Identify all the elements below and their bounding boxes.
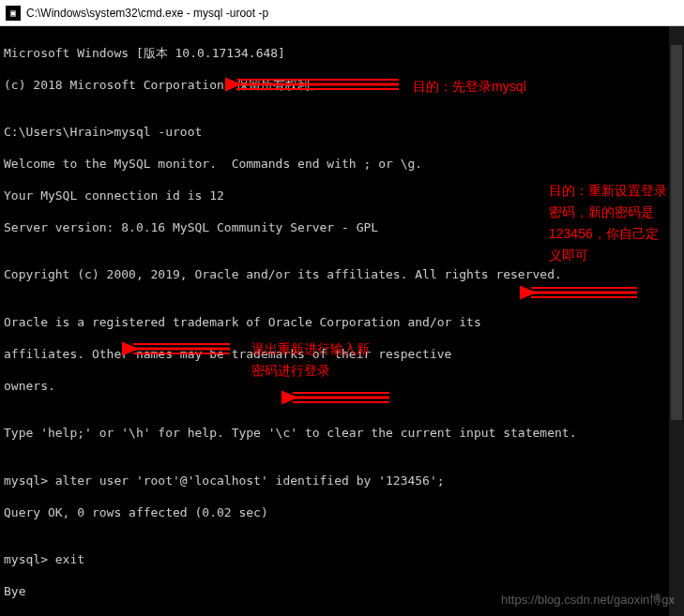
- output-line: Welcome to the MySQL monitor. Commands e…: [4, 157, 680, 173]
- output-line: affiliates. Other names may be trademark…: [4, 347, 680, 363]
- cmd-icon: ▣: [6, 6, 21, 21]
- terminal-output[interactable]: Microsoft Windows [版本 10.0.17134.648] (c…: [0, 26, 684, 616]
- window-title: C:\Windows\system32\cmd.exe - mysql -uro…: [26, 7, 268, 20]
- output-line: Copyright (c) 2000, 2019, Oracle and/or …: [4, 267, 680, 283]
- scrollbar-thumb[interactable]: [671, 45, 682, 420]
- output-line: Server version: 8.0.16 MySQL Community S…: [4, 220, 680, 236]
- output-line: Microsoft Windows [版本 10.0.17134.648]: [4, 46, 680, 62]
- output-line: Oracle is a registered trademark of Orac…: [4, 315, 680, 331]
- window-titlebar: ▣ C:\Windows\system32\cmd.exe - mysql -u…: [0, 0, 684, 26]
- output-line: mysql> alter user 'root'@'localhost' ide…: [4, 473, 680, 489]
- scrollbar[interactable]: [669, 26, 684, 616]
- output-line: Your MySQL connection id is 12: [4, 188, 680, 204]
- output-line: C:\Users\Hrain>mysql -uroot: [4, 125, 680, 141]
- output-line: Type 'help;' or '\h' for help. Type '\c'…: [4, 426, 680, 442]
- output-line: (c) 2018 Microsoft Corporation。保留所有权利。: [4, 78, 680, 94]
- output-line: owners.: [4, 379, 680, 395]
- watermark: https://blog.csdn.net/gaoxin博gx: [501, 592, 675, 608]
- output-line: mysql> exit: [4, 552, 680, 568]
- output-line: Query OK, 0 rows affected (0.02 sec): [4, 505, 680, 521]
